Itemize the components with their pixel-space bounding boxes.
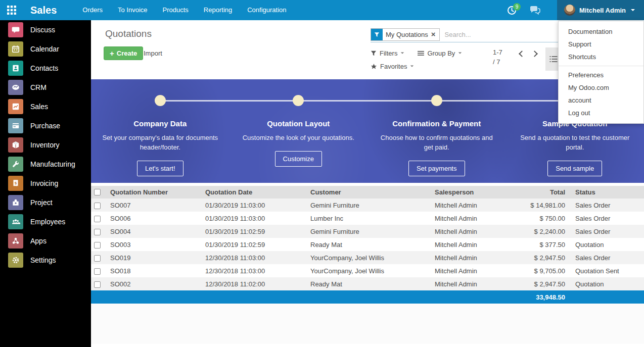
row-checkbox[interactable] [94, 242, 101, 249]
menu-to-invoice[interactable]: To Invoice [111, 0, 154, 20]
send-sample-button[interactable]: Send sample [547, 161, 602, 176]
sidebar-item-invoicing[interactable]: $ Invoicing [0, 174, 91, 193]
cell-status: Quotation [570, 277, 644, 290]
sales-icon [8, 99, 23, 114]
cell-quotation-date: 12/30/2018 11:03:00 [200, 251, 305, 264]
menu-item-shortcuts[interactable]: Shortcuts [559, 51, 643, 63]
top-navbar: Sales Orders To Invoice Products Reporti… [0, 0, 644, 20]
sidebar-item-inventory[interactable]: Inventory [0, 135, 91, 155]
import-link[interactable]: Import [144, 46, 162, 60]
pager-next-button[interactable] [531, 51, 538, 57]
cell-salesperson: Mitchell Admin [430, 238, 511, 251]
cell-customer: Gemini Furniture [305, 225, 430, 238]
app-sidebar: Discuss Calendar Contacts CRM Sales Purc… [0, 20, 91, 347]
filter-funnel-icon [371, 29, 383, 40]
sidebar-item-discuss[interactable]: Discuss [0, 20, 91, 39]
quotations-list: Quotation Number Quotation Date Customer… [91, 186, 644, 344]
select-all-checkbox[interactable] [94, 189, 101, 195]
menu-item-preferences[interactable]: Preferences [559, 69, 643, 81]
menu-item-log-out[interactable]: Log out [559, 107, 643, 119]
row-checkbox[interactable] [94, 268, 101, 275]
cell-quotation-date: 01/30/2019 11:02:59 [200, 238, 305, 251]
settings-gear-icon [8, 253, 23, 268]
set-payments-button[interactable]: Set payments [408, 161, 465, 176]
sidebar-item-crm[interactable]: CRM [0, 78, 91, 97]
row-checkbox[interactable] [94, 255, 101, 262]
row-checkbox[interactable] [94, 281, 101, 288]
table-row[interactable]: SO004 01/30/2019 11:02:59 Gemini Furnitu… [91, 225, 644, 238]
cell-quotation-date: 12/30/2018 11:02:00 [200, 277, 305, 290]
step-description: Send a quotation to test the customer po… [517, 133, 633, 152]
cell-customer: Ready Mat [305, 277, 430, 290]
apps-grid-glyph [7, 6, 16, 15]
sidebar-item-employees[interactable]: Employees [0, 212, 91, 231]
star-icon [371, 63, 377, 70]
menu-item-odoo-account[interactable]: My Odoo.com account [559, 81, 643, 107]
customize-button[interactable]: Customize [275, 151, 322, 167]
pager-previous-button[interactable] [519, 51, 525, 57]
cell-status: Sales Order [570, 251, 644, 264]
sidebar-item-apps[interactable]: Apps [0, 231, 91, 251]
messages-menu-button[interactable] [525, 0, 545, 20]
sidebar-item-calendar[interactable]: Calendar [0, 39, 91, 59]
menu-item-documentation[interactable]: Documentation [559, 25, 643, 38]
user-menu-button[interactable]: Mitchell Admin [557, 0, 644, 20]
groupby-dropdown[interactable]: Group By [418, 46, 462, 60]
onboarding-step-confirmation-payment: Confirmation & Payment Choose how to con… [367, 79, 506, 183]
sidebar-item-sales[interactable]: Sales [0, 97, 91, 116]
filters-dropdown[interactable]: Filters [371, 46, 404, 60]
sidebar-label: Settings [30, 256, 56, 264]
menu-reporting[interactable]: Reporting [197, 0, 239, 20]
col-header-customer[interactable]: Customer [305, 186, 430, 199]
sidebar-item-manufacturing[interactable]: Manufacturing [0, 155, 91, 174]
col-header-quotation-date[interactable]: Quotation Date [200, 186, 305, 199]
sidebar-item-project[interactable]: Project [0, 193, 91, 212]
row-checkbox[interactable] [94, 229, 101, 235]
sidebar-item-purchase[interactable]: Purchase [0, 116, 91, 135]
menu-item-support[interactable]: Support [559, 38, 643, 51]
menu-configuration[interactable]: Configuration [241, 0, 293, 20]
step-dot [431, 95, 442, 106]
lets-start-button[interactable]: Let's start! [137, 161, 183, 176]
col-header-total[interactable]: Total [511, 186, 570, 199]
table-row[interactable]: SO019 12/30/2018 11:03:00 YourCompany, J… [91, 251, 644, 264]
menu-divider [559, 66, 643, 66]
table-row[interactable]: SO007 01/30/2019 11:03:00 Gemini Furnitu… [91, 199, 644, 212]
facet-remove-icon[interactable]: × [431, 29, 439, 40]
activity-menu-button[interactable]: 9 [501, 0, 522, 20]
cell-salesperson: Mitchell Admin [430, 212, 511, 225]
user-dropdown-menu: Documentation Support Shortcuts Preferen… [558, 21, 644, 124]
row-checkbox[interactable] [94, 203, 101, 209]
apps-grid-icon[interactable] [0, 0, 23, 20]
table-row[interactable]: SO018 12/30/2018 11:03:00 YourCompany, J… [91, 264, 644, 277]
cell-total: $ 377.50 [511, 238, 570, 251]
col-header-quotation-number[interactable]: Quotation Number [105, 186, 200, 199]
table-row[interactable]: SO002 12/30/2018 11:02:00 Ready Mat Mitc… [91, 277, 644, 290]
invoicing-icon: $ [8, 176, 23, 191]
col-header-status[interactable]: Status [570, 186, 644, 199]
app-title[interactable]: Sales [30, 5, 57, 16]
manufacturing-icon [8, 157, 23, 172]
search-input[interactable]: Search... [445, 31, 471, 38]
cell-status: Sales Order [570, 199, 644, 212]
col-header-salesperson[interactable]: Salesperson [430, 186, 511, 199]
project-icon [8, 195, 23, 210]
table-row[interactable]: SO006 01/30/2019 11:03:00 Lumber Inc Mit… [91, 212, 644, 225]
cell-status: Sales Order [570, 225, 644, 238]
sidebar-label: Manufacturing [30, 160, 75, 168]
cell-salesperson: Mitchell Admin [430, 264, 511, 277]
cell-customer: YourCompany, Joel Willis [305, 264, 430, 277]
favorites-dropdown[interactable]: Favorites [371, 60, 414, 73]
create-button[interactable]: + Create [104, 46, 143, 60]
pager-arrows [520, 52, 537, 56]
row-checkbox[interactable] [94, 216, 101, 222]
bars-icon [418, 51, 424, 56]
pager: 1-7 / 7 [493, 47, 502, 67]
menu-products[interactable]: Products [156, 0, 195, 20]
pager-range: 1-7 [493, 47, 502, 57]
menu-orders[interactable]: Orders [76, 0, 109, 20]
sidebar-item-settings[interactable]: Settings [0, 251, 91, 270]
sidebar-item-contacts[interactable]: Contacts [0, 59, 91, 78]
table-row[interactable]: SO003 01/30/2019 11:02:59 Ready Mat Mitc… [91, 238, 644, 251]
user-avatar [564, 5, 575, 16]
